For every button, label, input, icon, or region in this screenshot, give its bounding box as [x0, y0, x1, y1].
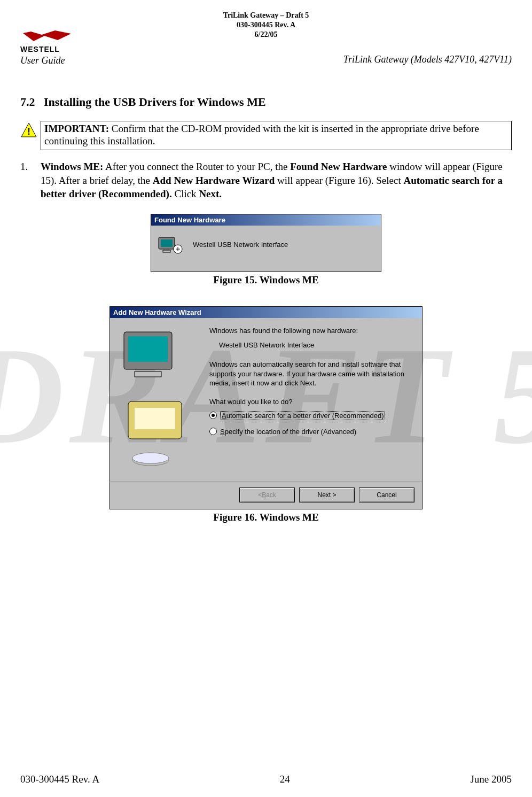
- doc-number: 030-300445 Rev. A: [20, 20, 512, 30]
- svg-rect-9: [135, 372, 161, 377]
- wizard-titlebar: Add New Hardware Wizard: [110, 307, 422, 318]
- step-t4: Click: [172, 188, 199, 199]
- section-heading: 7.2 Installing the USB Drivers for Windo…: [20, 95, 512, 109]
- step-b5: Next.: [199, 188, 222, 199]
- wizard-detected-device: Westell USB Network Interface: [219, 341, 413, 349]
- step-1: 1. Windows ME: After you connect the Rou…: [20, 160, 512, 201]
- svg-rect-4: [161, 239, 173, 247]
- option-specify-location[interactable]: Specify the location of the driver (Adva…: [209, 428, 413, 436]
- opt1-accel: A: [222, 412, 226, 420]
- footer-right: June 2005: [470, 773, 512, 785]
- step-t1: After you connect the Router to your PC,…: [103, 161, 290, 172]
- back-ul: B: [262, 491, 266, 499]
- figure-15-caption: Figure 15. Windows ME: [20, 274, 512, 286]
- page-footer: 030-300445 Rev. A 24 June 2005: [20, 773, 512, 785]
- svg-text:WESTELL: WESTELL: [20, 45, 60, 53]
- step-b1: Windows ME:: [41, 161, 103, 172]
- westell-logo: WESTELL: [20, 30, 74, 54]
- svg-point-13: [132, 453, 169, 463]
- wizard-graphic: [119, 327, 199, 482]
- step-number: 1.: [20, 160, 41, 201]
- footer-left: 030-300445 Rev. A: [20, 773, 99, 785]
- svg-rect-5: [163, 250, 170, 252]
- cancel-button[interactable]: Cancel: [359, 488, 414, 502]
- found-new-hardware-window: Found New Hardware Westell USB Network I…: [151, 214, 381, 272]
- opt2-accel: S: [220, 428, 225, 436]
- user-guide-label: User Guide: [20, 55, 65, 66]
- add-new-hardware-wizard-window: Add New Hardware Wizard Windows has foun…: [109, 306, 423, 509]
- section-title: Installing the USB Drivers for Windows M…: [44, 95, 266, 109]
- fnh-device-text: Westell USB Network Interface: [193, 241, 288, 249]
- back-button[interactable]: < Back: [239, 488, 295, 502]
- svg-rect-8: [128, 336, 168, 362]
- radio-selected-icon: [209, 412, 217, 419]
- important-label: IMPORTANT:: [44, 123, 109, 134]
- back-rest: ack: [266, 491, 276, 499]
- radio-unselected-icon: [209, 428, 217, 435]
- warning-icon: !: [20, 122, 37, 139]
- step-b3: Add New Hardware Wizard: [153, 175, 275, 186]
- back-pre: <: [258, 491, 262, 499]
- step-t3: will appear (Figure 16). Select: [275, 175, 403, 186]
- step-body: Windows ME: After you connect the Router…: [41, 160, 512, 201]
- wizard-prompt: What would you like to do?: [209, 398, 413, 406]
- step-b2: Found New Hardware: [290, 161, 387, 172]
- device-icon: [158, 234, 183, 256]
- opt1-rest: utomatic search for a better driver (Rec…: [226, 412, 384, 420]
- model-title: TriLink Gateway (Models 427V10, 427V11): [343, 54, 512, 66]
- fnh-titlebar: Found New Hardware: [151, 214, 381, 226]
- opt2-rest: pecify the location of the driver (Advan…: [225, 428, 356, 436]
- figure-16-caption: Figure 16. Windows ME: [20, 512, 512, 523]
- wizard-line1: Windows has found the following new hard…: [209, 327, 413, 335]
- important-text: Confirm that the CD-ROM provided with th…: [44, 123, 479, 147]
- option-automatic-search[interactable]: Automatic search for a better driver (Re…: [209, 411, 413, 420]
- svg-text:!: !: [27, 126, 30, 137]
- section-number: 7.2: [20, 95, 35, 109]
- svg-rect-11: [135, 408, 175, 429]
- next-button[interactable]: Next >: [299, 488, 355, 502]
- important-box: IMPORTANT: Confirm that the CD-ROM provi…: [41, 121, 512, 151]
- footer-page-number: 24: [280, 773, 290, 785]
- doc-title: TriLink Gateway – Draft 5: [20, 11, 512, 20]
- wizard-description: Windows can automatically search for and…: [209, 360, 413, 388]
